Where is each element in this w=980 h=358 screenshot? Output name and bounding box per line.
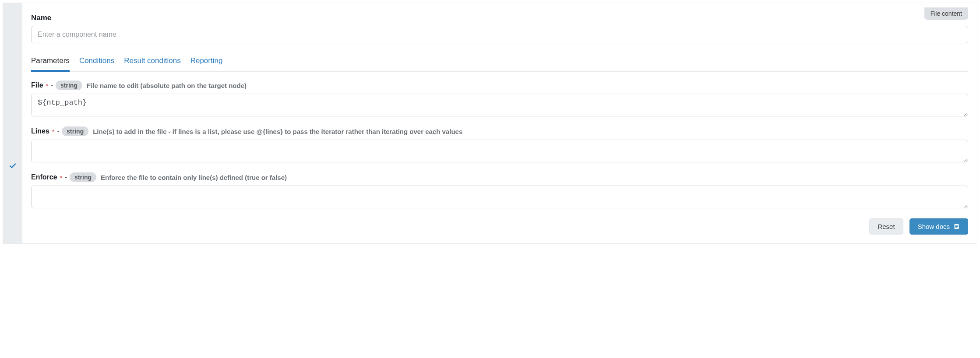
tab-reporting[interactable]: Reporting <box>190 53 223 71</box>
tab-conditions[interactable]: Conditions <box>79 53 114 71</box>
param-file-name: File <box>31 81 43 89</box>
main-content: File content Name Parameters Conditions … <box>22 3 977 243</box>
required-star: * <box>46 82 49 89</box>
param-enforce-desc: Enforce the file to contain only line(s)… <box>101 174 287 181</box>
show-docs-label: Show docs <box>918 223 950 230</box>
name-label: Name <box>31 14 968 22</box>
param-lines-desc: Line(s) to add in the file - if lines is… <box>93 128 462 135</box>
docs-icon <box>953 223 960 230</box>
left-sidebar <box>3 3 22 243</box>
tab-parameters[interactable]: Parameters <box>31 53 70 71</box>
tab-result-conditions[interactable]: Result conditions <box>124 53 180 71</box>
name-input[interactable] <box>31 26 968 43</box>
param-enforce: Enforce * - string Enforce the file to c… <box>31 172 968 210</box>
param-lines-label-row: Lines * - string Line(s) to add in the f… <box>31 126 968 136</box>
param-lines-name: Lines <box>31 127 49 135</box>
param-file-desc: File name to edit (absolute path on the … <box>87 82 247 89</box>
check-icon <box>9 162 17 172</box>
enforce-input[interactable] <box>31 186 968 208</box>
param-file-label-row: File * - string File name to edit (absol… <box>31 81 968 90</box>
param-lines-dash: - <box>57 128 60 135</box>
required-star: * <box>60 174 63 181</box>
type-badge: string <box>56 81 82 90</box>
param-enforce-name: Enforce <box>31 173 57 181</box>
svg-rect-3 <box>955 227 957 228</box>
file-input[interactable] <box>31 94 968 116</box>
svg-rect-1 <box>955 225 958 225</box>
type-badge: string <box>62 126 88 136</box>
param-file-dash: - <box>51 82 53 89</box>
required-star: * <box>52 128 55 135</box>
param-file: File * - string File name to edit (absol… <box>31 81 968 118</box>
lines-input[interactable] <box>31 140 968 162</box>
param-enforce-dash: - <box>65 174 67 181</box>
footer-actions: Reset Show docs <box>31 218 968 235</box>
component-panel: File content Name Parameters Conditions … <box>3 3 977 244</box>
tabs-nav: Parameters Conditions Result conditions … <box>31 53 968 72</box>
svg-rect-2 <box>955 226 958 227</box>
category-badge: File content <box>924 7 968 20</box>
reset-button[interactable]: Reset <box>869 218 903 235</box>
param-enforce-label-row: Enforce * - string Enforce the file to c… <box>31 172 968 182</box>
param-lines: Lines * - string Line(s) to add in the f… <box>31 126 968 164</box>
type-badge: string <box>70 172 96 182</box>
show-docs-button[interactable]: Show docs <box>909 218 968 235</box>
